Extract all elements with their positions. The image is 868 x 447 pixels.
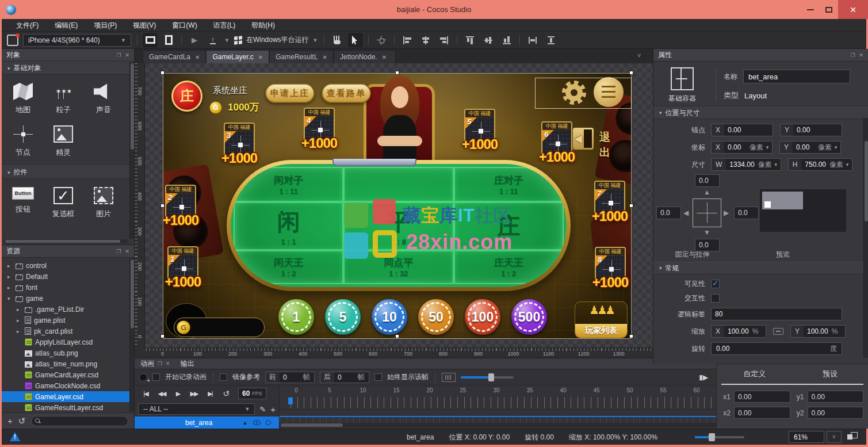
bet-chip[interactable]: 10: [372, 299, 407, 335]
editor-tab[interactable]: GameResultL ✕: [269, 50, 334, 63]
go-first-frame-button[interactable]: |◀: [138, 387, 153, 400]
easing-value-input[interactable]: 0.00: [734, 391, 790, 403]
jetton-node[interactable]: 中国 福建 5 +1000: [464, 109, 495, 151]
section-controls[interactable]: ▾控件: [2, 166, 134, 179]
always-show-checkbox[interactable]: [374, 373, 382, 381]
selection-handle[interactable]: [160, 204, 165, 208]
frames-before-input[interactable]: 前 0 帧: [265, 372, 315, 383]
prev-frame-button[interactable]: ◀◀: [154, 387, 169, 400]
portrait-button[interactable]: [162, 33, 175, 47]
view-roadmap-button[interactable]: 查看路单: [322, 83, 371, 103]
stretch-right-input[interactable]: 0.0: [734, 207, 759, 219]
slider-knob[interactable]: [709, 433, 715, 441]
tree-item[interactable]: ▸ font: [2, 282, 134, 293]
align-right-button[interactable]: [437, 33, 451, 47]
chevron-down-icon[interactable]: ˅: [637, 52, 641, 59]
expand-arrow-icon[interactable]: ▸: [17, 318, 22, 323]
next-frame-button[interactable]: ▶▶: [186, 387, 201, 400]
float-panel-icon[interactable]: ❐: [158, 361, 162, 366]
object-item[interactable]: Button 声音: [83, 79, 124, 122]
tab-preset[interactable]: 预设: [793, 369, 868, 379]
stretch-left-input[interactable]: 0.0: [656, 207, 681, 219]
link-scale-icon[interactable]: [773, 328, 783, 335]
landscape-button[interactable]: [143, 33, 157, 47]
object-item[interactable]: Button 图片: [83, 184, 124, 226]
align-bottom-button[interactable]: [500, 33, 514, 47]
bet-chip[interactable]: 500: [511, 299, 547, 335]
canvas-region[interactable]: 庄 系统坐庄 G 1000万 申请上庄 查看路单 退 出: [145, 63, 653, 347]
expand-arrow-icon[interactable]: ▸: [7, 263, 13, 269]
bet-chip[interactable]: 50: [418, 299, 454, 335]
bet-chip[interactable]: 100: [465, 299, 500, 335]
tree-item[interactable]: ▸ game.plist: [2, 315, 134, 326]
expand-arrow-icon[interactable]: ▸: [17, 307, 22, 312]
bet-chip[interactable]: 1: [278, 299, 314, 335]
close-icon[interactable]: ✕: [323, 54, 327, 60]
apply-banker-button[interactable]: 申请上庄: [265, 83, 315, 103]
object-item[interactable]: Button 精灵: [43, 122, 83, 165]
zoom-input[interactable]: 61%: [789, 431, 824, 443]
align-center-h-button[interactable]: [419, 33, 433, 47]
align-left-button[interactable]: [400, 33, 414, 47]
timeline-ruler[interactable]: 051015202530354045505560: [280, 385, 716, 410]
expand-arrow-icon[interactable]: ▸: [17, 328, 22, 334]
scrollbar[interactable]: [4, 239, 127, 243]
frames-after-input[interactable]: 后 0 帧: [320, 372, 369, 383]
edit-clip-icon[interactable]: ✎: [259, 405, 266, 414]
expand-arrow-icon[interactable]: ▸: [7, 274, 13, 280]
scrollbar[interactable]: [863, 118, 868, 358]
selection-handle[interactable]: [395, 334, 399, 338]
tag-input[interactable]: 80: [711, 308, 842, 320]
scrollbar[interactable]: [280, 423, 716, 427]
menu-item[interactable]: 文件(F): [8, 19, 47, 32]
jetton-node[interactable]: 中国 福建 3 +1000: [224, 123, 255, 165]
selection-handle[interactable]: [160, 71, 165, 75]
section-position-size[interactable]: ▾位置与尺寸: [653, 106, 868, 119]
select-tool-button[interactable]: [349, 33, 362, 47]
new-scene-icon[interactable]: [7, 35, 18, 46]
distribute-v-button[interactable]: [544, 33, 558, 47]
close-icon[interactable]: ✕: [382, 54, 387, 60]
jetton-node[interactable]: 中国 福建 4 +1000: [304, 108, 335, 150]
scale-x-input[interactable]: X100.00%: [711, 325, 766, 338]
exit-door-icon[interactable]: [573, 128, 594, 150]
close-icon[interactable]: ✕: [125, 52, 129, 58]
menu-item[interactable]: 项目(P): [86, 19, 125, 32]
expand-panel-icon[interactable]: ▮▶: [699, 373, 708, 381]
tree-item[interactable]: GameCardLayer.csd: [2, 369, 134, 380]
close-icon[interactable]: ✕: [258, 54, 263, 60]
refresh-button[interactable]: ↺: [18, 417, 26, 425]
anchor-x-input[interactable]: X0.00: [711, 124, 773, 136]
bet-cell[interactable]: 闲天王 1 : 2: [234, 250, 343, 284]
add-resource-button[interactable]: +: [7, 417, 13, 425]
bet-cell[interactable]: 庄对子 1 : 11: [454, 167, 564, 202]
play-button[interactable]: ▶: [170, 387, 185, 400]
scrollbar[interactable]: [129, 258, 134, 412]
visible-checkbox[interactable]: [711, 280, 720, 288]
jetton-node[interactable]: 中国 福建 8 +1000: [595, 247, 626, 289]
jetton-node[interactable]: 中国 福建 1 +1000: [167, 246, 198, 289]
warning-icon[interactable]: [10, 432, 20, 441]
banker-badge[interactable]: 庄: [171, 81, 202, 112]
interactive-checkbox[interactable]: [711, 294, 720, 303]
menu-item[interactable]: 编辑(E): [47, 19, 86, 32]
search-input[interactable]: [31, 416, 128, 426]
coord-x-input[interactable]: X0.00像素▼: [711, 141, 773, 154]
exit-label[interactable]: 退 出: [599, 130, 631, 160]
distribute-h-button[interactable]: [526, 33, 540, 47]
bet-cell[interactable]: 闲对子 1 : 11: [234, 167, 343, 202]
bet-cell[interactable]: [343, 167, 453, 202]
close-icon[interactable]: ✕: [125, 249, 129, 254]
record-checkbox[interactable]: [152, 373, 160, 381]
tree-item[interactable]: GameLayer.csd: [2, 391, 134, 402]
section-basic-objects[interactable]: ▾基础对象: [2, 62, 134, 75]
game-scene[interactable]: 庄 系统坐庄 G 1000万 申请上庄 查看路单 退 出: [163, 73, 632, 339]
coord-y-input[interactable]: Y0.00像素▼: [779, 141, 841, 154]
easing-value-input[interactable]: 0.00: [808, 391, 864, 403]
bet-cell[interactable]: 闲 1 : 1: [234, 202, 343, 250]
menu-item[interactable]: 帮助(H): [243, 19, 283, 32]
float-panel-icon[interactable]: ❐: [116, 249, 121, 254]
device-select[interactable]: iPhone 4/4S(960 * 640)▼: [23, 34, 131, 47]
tree-item[interactable]: atlas_time_num.png: [2, 358, 134, 369]
tree-item[interactable]: atlas_sub.png: [2, 347, 134, 358]
